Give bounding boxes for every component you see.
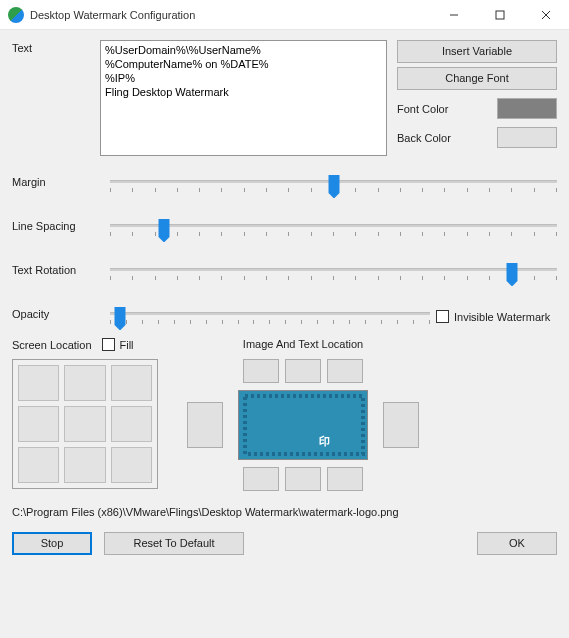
fill-checkbox[interactable] <box>102 338 115 351</box>
loc-tl[interactable] <box>18 365 59 401</box>
loc-mc[interactable] <box>64 406 105 442</box>
svg-rect-1 <box>496 11 504 19</box>
stop-button[interactable]: Stop <box>12 532 92 555</box>
image-text-location-label: Image And Text Location <box>188 338 418 350</box>
line-spacing-label: Line Spacing <box>12 218 110 232</box>
watermark-text-input[interactable] <box>100 40 387 156</box>
imgtxt-bot-right[interactable] <box>327 467 363 491</box>
font-color-label: Font Color <box>397 103 491 115</box>
maximize-button[interactable] <box>477 0 523 30</box>
invisible-watermark-checkbox[interactable] <box>436 310 449 323</box>
svg-rect-4 <box>239 390 367 460</box>
back-color-swatch[interactable] <box>497 127 557 148</box>
imgtxt-bot-left[interactable] <box>243 467 279 491</box>
text-label: Text <box>12 40 90 156</box>
text-rotation-label: Text Rotation <box>12 262 110 276</box>
line-spacing-slider[interactable] <box>110 218 557 244</box>
ok-button[interactable]: OK <box>477 532 557 555</box>
opacity-label: Opacity <box>12 306 110 320</box>
loc-br[interactable] <box>111 447 152 483</box>
loc-mr[interactable] <box>111 406 152 442</box>
screen-location-label: Screen Location <box>12 339 92 351</box>
fill-label: Fill <box>120 339 134 351</box>
loc-bc[interactable] <box>64 447 105 483</box>
close-button[interactable] <box>523 0 569 30</box>
text-rotation-slider[interactable] <box>110 262 557 288</box>
imgtxt-mid-right[interactable] <box>383 402 419 448</box>
back-color-label: Back Color <box>397 132 491 144</box>
window-title: Desktop Watermark Configuration <box>30 9 431 21</box>
imgtxt-top-left[interactable] <box>243 359 279 383</box>
watermark-preview: 印 <box>238 390 368 460</box>
imgtxt-mid-left[interactable] <box>187 402 223 448</box>
opacity-slider[interactable] <box>110 306 430 332</box>
imgtxt-top-center[interactable] <box>285 359 321 383</box>
font-color-swatch[interactable] <box>497 98 557 119</box>
insert-variable-button[interactable]: Insert Variable <box>397 40 557 63</box>
app-icon <box>8 7 24 23</box>
loc-tc[interactable] <box>64 365 105 401</box>
minimize-button[interactable] <box>431 0 477 30</box>
imgtxt-top-right[interactable] <box>327 359 363 383</box>
margin-slider[interactable] <box>110 174 557 200</box>
margin-label: Margin <box>12 174 110 188</box>
loc-bl[interactable] <box>18 447 59 483</box>
loc-tr[interactable] <box>111 365 152 401</box>
screen-location-grid <box>12 359 158 489</box>
imgtxt-bot-center[interactable] <box>285 467 321 491</box>
image-path-label: C:\Program Files (x86)\VMware\Flings\Des… <box>12 506 557 518</box>
change-font-button[interactable]: Change Font <box>397 67 557 90</box>
invisible-watermark-label: Invisible Watermark <box>454 311 550 323</box>
loc-ml[interactable] <box>18 406 59 442</box>
svg-text:印: 印 <box>319 435 330 447</box>
reset-button[interactable]: Reset To Default <box>104 532 244 555</box>
